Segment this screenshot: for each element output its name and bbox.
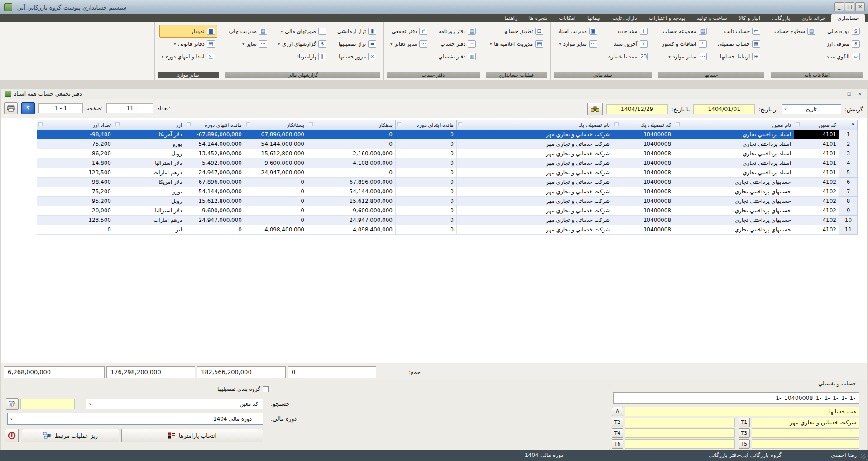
- column-filter-icon[interactable]: [397, 122, 401, 126]
- column-header[interactable]: بستانكار: [245, 120, 307, 130]
- currency-cell[interactable]: لير: [114, 225, 185, 235]
- ribbon-item[interactable]: ▤دفاتر قانوني▾: [159, 38, 217, 50]
- opening-balance-cell[interactable]: 0: [396, 139, 457, 149]
- debit-cell[interactable]: 54,144,000,000: [307, 187, 396, 197]
- menu-tab[interactable]: راهنما: [499, 14, 523, 22]
- closing-balance-cell[interactable]: 15,612,800,000: [185, 197, 245, 206]
- credit-cell[interactable]: 15,612,800,000: [245, 149, 307, 158]
- tafsili-name-cell[interactable]: شركت خدماتي و تجاري مهر: [457, 178, 613, 187]
- account-value-field[interactable]: [625, 439, 735, 449]
- tafsili-code-cell[interactable]: 10400008: [613, 168, 674, 178]
- column-header[interactable]: نام تفصيلي يك: [457, 120, 613, 130]
- moein-name-cell[interactable]: حسابهاي پرداختني تجاري: [674, 225, 794, 235]
- debit-cell[interactable]: 0: [307, 139, 396, 149]
- ribbon-item[interactable]: ▭حساب ثابت: [715, 25, 762, 38]
- ribbon-item[interactable]: ▆نمودار: [159, 25, 217, 38]
- currency-qty-cell[interactable]: -98,400: [37, 130, 114, 139]
- currency-cell[interactable]: دلار استراليا: [114, 158, 185, 168]
- opening-balance-cell[interactable]: 0: [396, 206, 457, 216]
- moein-code-cell[interactable]: 4101: [794, 168, 839, 178]
- ribbon-item[interactable]: ▤مديريت چاپ: [227, 25, 269, 38]
- credit-cell[interactable]: 54,144,000,000: [245, 139, 307, 149]
- currency-cell[interactable]: دلار آمريكا: [114, 130, 185, 139]
- restore-button[interactable]: □: [845, 2, 854, 11]
- search-button[interactable]: [587, 103, 603, 115]
- ribbon-item[interactable]: ▣مديريت اسناد: [555, 25, 599, 38]
- debit-cell[interactable]: 0: [307, 168, 396, 178]
- moein-code-cell[interactable]: 4102: [794, 206, 839, 216]
- moein-name-cell[interactable]: اسناد پرداختني تجاري: [674, 158, 794, 168]
- currency-qty-cell[interactable]: 20,000: [37, 206, 114, 216]
- currency-qty-cell[interactable]: -75,200: [37, 139, 114, 149]
- ribbon-item[interactable]: ◺ابتدا و انتهاي دوره▾: [159, 50, 217, 63]
- ribbon-item[interactable]: ⊞ارتباط حسابها: [715, 50, 762, 63]
- group-detail-checkbox[interactable]: [263, 386, 269, 392]
- tafsili-name-cell[interactable]: شركت خدماتي و تجاري مهر: [457, 130, 613, 139]
- ribbon-item[interactable]: ▤مديريت اعلاميه ها▾: [488, 38, 546, 50]
- column-header[interactable]: تعداد ارز: [37, 120, 114, 130]
- ribbon-item[interactable]: ≡صورتهاي مالي▾: [276, 25, 329, 38]
- menu-tab[interactable]: پنجره ها: [523, 14, 553, 22]
- column-header[interactable]: نام معين: [674, 120, 794, 130]
- page-range-field[interactable]: 1 - 1: [38, 103, 83, 113]
- currency-cell[interactable]: دلار آمريكا: [114, 178, 185, 187]
- closing-balance-cell[interactable]: 54,144,000,000: [185, 187, 245, 197]
- ribbon-item[interactable]: $دوره مالي: [824, 25, 862, 38]
- moein-code-cell[interactable]: 4102: [794, 187, 839, 197]
- account-path-field[interactable]: 1-_10400008_1-_1-_1-_1-_1-: [613, 392, 859, 404]
- row-number-cell[interactable]: 9: [839, 206, 858, 216]
- row-number-cell[interactable]: 3: [839, 149, 858, 158]
- moein-name-cell[interactable]: حسابهاي پرداختني تجاري: [674, 197, 794, 206]
- ribbon-item[interactable]: ▦حساب تفصيلي: [715, 38, 762, 50]
- table-row[interactable]: 54101اسناد پرداختني تجاري10400008شركت خد…: [37, 168, 858, 178]
- row-number-cell[interactable]: 1: [839, 130, 858, 139]
- minimize-button[interactable]: _: [834, 2, 844, 11]
- moein-code-cell[interactable]: 4102: [794, 225, 839, 235]
- currency-cell[interactable]: يورو: [114, 187, 185, 197]
- row-number-cell[interactable]: 4: [839, 158, 858, 168]
- closing-balance-cell[interactable]: 24,947,000,000: [185, 216, 245, 225]
- currency-qty-cell[interactable]: -123,500: [37, 168, 114, 178]
- moein-name-cell[interactable]: حسابهاي پرداختني تجاري: [674, 206, 794, 216]
- ribbon-item[interactable]: ▱الگوي سند: [824, 50, 862, 63]
- debit-cell[interactable]: 67,896,000,000: [307, 178, 396, 187]
- currency-cell[interactable]: روبل: [114, 149, 185, 158]
- related-operations-button[interactable]: ريز عمليات مرتبط: [22, 429, 119, 442]
- ribbon-item[interactable]: ∥پارامتريك: [276, 50, 329, 63]
- menu-tab[interactable]: بودجه و اعتبارات: [643, 14, 691, 22]
- ribbon-item[interactable]: $معرفي ارز: [824, 38, 862, 50]
- select-mode-combo[interactable]: ∨ تاريخ: [782, 104, 841, 114]
- from-date-field[interactable]: 1404/01/01: [693, 104, 755, 114]
- debit-cell[interactable]: 15,612,800,000: [307, 197, 396, 206]
- document-close-button[interactable]: ×: [856, 90, 864, 97]
- tafsili-code-cell[interactable]: 10400008: [613, 187, 674, 197]
- ribbon-item[interactable]: ⋯ساير▾: [227, 38, 269, 50]
- closing-balance-cell[interactable]: 0: [185, 225, 245, 235]
- select-parameters-button[interactable]: انتخاب پارامترها: [121, 429, 263, 442]
- closing-balance-cell[interactable]: 67,896,000,000: [185, 178, 245, 187]
- table-row[interactable]: 84102حسابهاي پرداختني تجاري10400008شركت …: [37, 197, 858, 206]
- account-value-field[interactable]: شركت خدماتي و تجاري مهر: [752, 418, 859, 427]
- opening-balance-cell[interactable]: 0: [396, 225, 457, 235]
- moein-code-cell[interactable]: 4102: [794, 197, 839, 206]
- search-field-combo[interactable]: ∨ كد معين: [86, 399, 263, 409]
- currency-qty-cell[interactable]: -14,800: [37, 158, 114, 168]
- column-filter-icon[interactable]: [614, 122, 619, 126]
- opening-balance-cell[interactable]: 0: [396, 158, 457, 168]
- ribbon-item[interactable]: ⋯ساير موارد▾: [660, 50, 709, 63]
- debit-cell[interactable]: 2,160,000,000: [307, 149, 396, 158]
- ribbon-item[interactable]: ⋯ساير دفاتر▾: [388, 38, 430, 50]
- ribbon-item[interactable]: ≡تراز تفصيليها: [335, 38, 379, 50]
- credit-cell[interactable]: 24,947,000,000: [245, 168, 307, 178]
- column-header[interactable]: كد معين: [794, 120, 839, 130]
- column-filter-icon[interactable]: [458, 122, 462, 126]
- table-row[interactable]: 94102حسابهاي پرداختني تجاري10400008شركت …: [37, 206, 858, 216]
- currency-cell[interactable]: روبل: [114, 197, 185, 206]
- ribbon-item[interactable]: 23سند با شماره: [606, 50, 650, 63]
- menu-tab[interactable]: انبار و كالا: [733, 14, 766, 22]
- opening-balance-cell[interactable]: 0: [396, 178, 457, 187]
- currency-qty-cell[interactable]: 0: [37, 225, 114, 235]
- table-row[interactable]: 34101اسناد پرداختني تجاري10400008شركت خد…: [37, 149, 858, 158]
- column-header[interactable]: بدهكار: [307, 120, 396, 130]
- moein-name-cell[interactable]: اسناد پرداختني تجاري: [674, 139, 794, 149]
